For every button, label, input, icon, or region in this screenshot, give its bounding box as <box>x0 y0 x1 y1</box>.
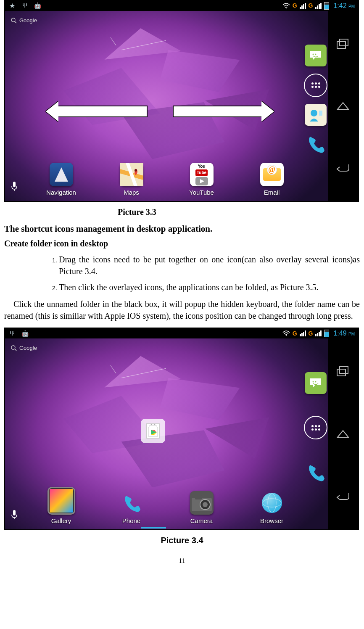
google-search-label: Google <box>19 17 37 24</box>
home-wallpaper-area[interactable]: Google <box>5 338 328 529</box>
recent-apps-button[interactable] <box>335 363 351 380</box>
svg-rect-13 <box>337 42 346 48</box>
home-button[interactable] <box>335 98 351 114</box>
figure-caption-3-3: Picture 3.3 <box>4 206 360 218</box>
svg-point-10 <box>135 169 137 172</box>
side-app-tray <box>303 372 328 483</box>
contacts-app-icon[interactable] <box>305 104 327 126</box>
signal-icon-1 <box>300 330 306 336</box>
section-title: The shortcut icons management in desktop… <box>4 223 360 235</box>
svg-rect-33 <box>340 367 348 373</box>
browser-app-icon <box>260 491 284 515</box>
recent-apps-button[interactable] <box>335 36 351 53</box>
email-app-icon: @ <box>260 163 284 186</box>
battery-icon <box>324 2 329 10</box>
voice-search-button[interactable] <box>11 510 18 523</box>
youtube-label-top: You <box>198 164 205 169</box>
dock-item-gallery[interactable]: Gallery <box>36 487 87 525</box>
android-icon: 🤖 <box>34 3 41 9</box>
svg-point-1 <box>11 18 15 22</box>
signal-icon-1 <box>300 3 306 9</box>
figure-caption-3-4: Picture 3.4 <box>4 534 360 546</box>
phone-app-icon[interactable] <box>305 133 327 155</box>
home-wallpaper-area[interactable]: Google <box>5 11 328 201</box>
dock-item-navigation[interactable]: Navigation <box>36 163 87 197</box>
network-g-2: G <box>309 330 313 338</box>
battery-icon <box>324 330 329 337</box>
page-indicator <box>141 527 166 529</box>
subsection-title: Create folder icon in desktop <box>4 238 360 249</box>
svg-point-16 <box>286 335 287 336</box>
signal-icon-2 <box>315 330 322 336</box>
step-item: Drag the icons need to be put together o… <box>59 254 360 277</box>
messaging-app-icon[interactable] <box>305 45 327 66</box>
svg-point-22 <box>313 381 314 383</box>
side-app-tray <box>303 45 328 155</box>
play-store-mini-icon <box>146 423 160 439</box>
svg-point-4 <box>315 54 317 55</box>
wifi-icon <box>282 330 290 337</box>
dock-row: Navigation Maps You Tube <box>26 163 307 197</box>
navigation-app-icon <box>50 163 73 186</box>
dock-label: YouTube <box>189 188 214 197</box>
soft-nav-bar <box>328 11 358 201</box>
svg-rect-6 <box>319 111 322 116</box>
dock-row: Gallery Phone Camera <box>26 487 307 525</box>
network-g-1: G <box>293 330 297 338</box>
dock-label: Gallery <box>51 516 71 525</box>
screenshot-picture-3-3: ★ Ψ 🤖 G G 1:42 PM <box>4 0 359 202</box>
home-button[interactable] <box>335 426 351 442</box>
app-drawer-button[interactable] <box>304 74 327 97</box>
dock-item-email[interactable]: @ Email <box>247 163 297 197</box>
voice-search-button[interactable] <box>11 181 18 194</box>
svg-point-30 <box>263 499 281 507</box>
status-bar: ★ Ψ 🤖 G G 1:42 PM <box>5 1 358 11</box>
step-item: Then click the overlayed icons, the appl… <box>59 281 360 293</box>
dock-label: Phone <box>122 516 140 525</box>
app-drawer-button[interactable] <box>304 416 327 439</box>
svg-point-3 <box>313 54 314 55</box>
network-g-1: G <box>293 2 297 10</box>
google-search-widget[interactable]: Google <box>11 17 37 24</box>
back-button[interactable] <box>335 488 351 505</box>
dock-item-browser[interactable]: Browser <box>247 491 297 525</box>
swipe-arrow-right <box>173 106 264 117</box>
svg-point-0 <box>286 8 287 8</box>
android-icon: 🤖 <box>21 330 29 337</box>
svg-line-18 <box>15 349 16 351</box>
dock-item-youtube[interactable]: You Tube YouTube <box>177 163 227 197</box>
status-bar: Ψ 🤖 G G 1:49 PM <box>5 328 358 338</box>
body-paragraph: Click the unnamed folder in the black bo… <box>4 298 360 322</box>
soft-nav-bar <box>328 338 358 529</box>
drawer-dots-icon <box>311 425 320 431</box>
svg-rect-24 <box>13 510 16 515</box>
usb-icon: Ψ <box>8 330 16 337</box>
steps-list: Drag the icons need to be put together o… <box>59 254 360 293</box>
phone-app-icon[interactable] <box>305 461 327 483</box>
dock-item-phone[interactable]: Phone <box>106 491 157 525</box>
google-search-label: Google <box>19 344 37 352</box>
svg-point-31 <box>268 494 276 512</box>
usb-icon: Ψ <box>21 3 29 9</box>
dock-item-maps[interactable]: Maps <box>106 163 157 197</box>
dock-label: Navigation <box>46 188 76 197</box>
messaging-app-icon[interactable] <box>305 372 327 394</box>
youtube-label-tube: Tube <box>195 169 208 176</box>
phone-dock-icon <box>120 491 143 515</box>
svg-rect-27 <box>195 495 202 500</box>
camera-app-icon <box>190 491 214 515</box>
swipe-arrows-overlay <box>57 102 264 121</box>
back-button[interactable] <box>335 159 351 176</box>
youtube-app-icon: You Tube <box>190 163 214 186</box>
dock-label: Maps <box>124 188 139 197</box>
svg-line-2 <box>15 21 16 23</box>
svg-rect-14 <box>340 39 348 46</box>
swipe-arrow-left <box>57 106 148 117</box>
folder-icon[interactable] <box>141 419 165 443</box>
screenshot-picture-3-4: Ψ 🤖 G G 1:49 PM Google <box>4 328 359 530</box>
dock-item-camera[interactable]: Camera <box>177 491 227 525</box>
google-search-widget[interactable]: Google <box>11 344 37 352</box>
drawer-dots-icon <box>311 82 320 88</box>
dock-label: Email <box>264 188 280 197</box>
maps-app-icon <box>120 163 143 186</box>
